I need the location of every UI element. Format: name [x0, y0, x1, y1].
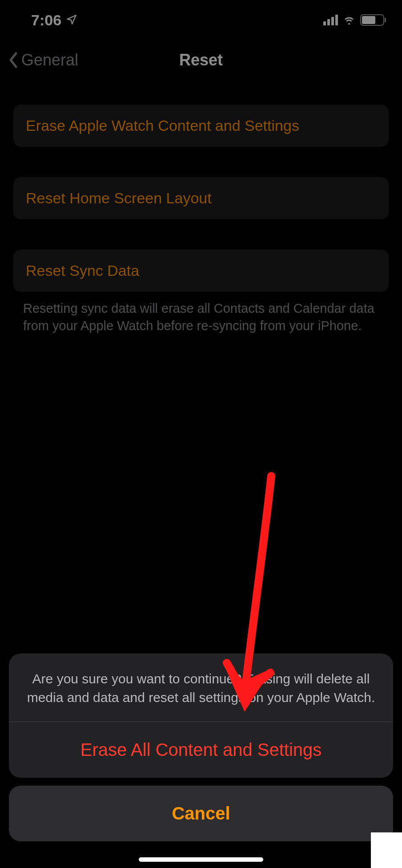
reset-home-label: Reset Home Screen Layout: [26, 190, 376, 207]
back-label: General: [21, 51, 78, 69]
location-arrow-icon: [66, 12, 77, 29]
action-sheet: Are you sure you want to continue? Erasi…: [9, 654, 393, 841]
content: Erase Apple Watch Content and Settings R…: [0, 105, 402, 335]
reset-home-cell[interactable]: Reset Home Screen Layout: [13, 177, 389, 219]
battery-icon: [360, 14, 384, 26]
nav-bar: General Reset: [0, 40, 402, 80]
reset-sync-label: Reset Sync Data: [26, 262, 376, 279]
reset-sync-cell[interactable]: Reset Sync Data: [13, 250, 389, 292]
cancel-button[interactable]: Cancel: [9, 786, 393, 841]
status-right: [323, 14, 384, 26]
reset-sync-footer: Resetting sync data will erase all Conta…: [13, 298, 389, 335]
erase-watch-cell[interactable]: Erase Apple Watch Content and Settings: [13, 105, 389, 147]
home-indicator: [139, 857, 263, 862]
chevron-left-icon: [8, 52, 19, 69]
status-time: 7:06: [31, 12, 61, 29]
wifi-icon: [342, 14, 356, 26]
corner-artifact: [371, 832, 402, 868]
page-title: Reset: [179, 51, 223, 69]
erase-watch-label: Erase Apple Watch Content and Settings: [26, 117, 376, 134]
battery-level: [362, 16, 375, 24]
status-bar: 7:06: [0, 0, 402, 40]
action-sheet-group: Are you sure you want to continue? Erasi…: [9, 654, 393, 778]
sheet-message: Are you sure you want to continue? Erasi…: [9, 654, 393, 722]
erase-all-button[interactable]: Erase All Content and Settings: [9, 722, 393, 778]
status-time-group: 7:06: [31, 12, 77, 29]
cellular-signal-icon: [323, 15, 338, 25]
back-button[interactable]: General: [8, 51, 78, 69]
